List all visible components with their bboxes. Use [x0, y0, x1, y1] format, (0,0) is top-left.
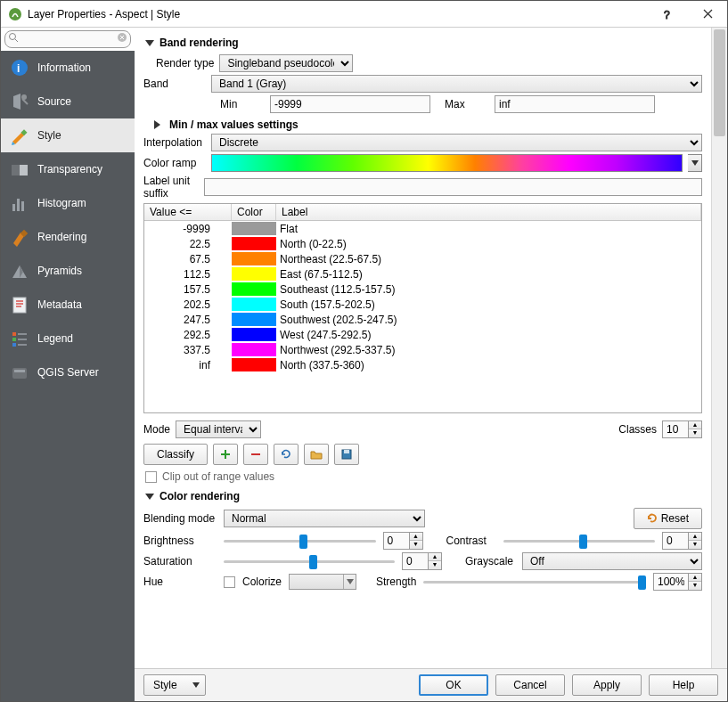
save-style-button[interactable] — [334, 444, 359, 465]
blending-mode-label: Blending mode — [143, 512, 217, 525]
sidebar-item-legend[interactable]: Legend — [1, 322, 135, 355]
table-row[interactable]: 292.5West (247.5-292.5) — [144, 327, 701, 342]
clear-search-icon[interactable] — [117, 32, 127, 43]
classes-spin[interactable]: ▲▼ — [662, 420, 702, 438]
reset-icon — [647, 513, 658, 524]
remove-class-button[interactable] — [243, 444, 268, 465]
brightness-slider[interactable] — [224, 533, 376, 549]
strength-slider[interactable] — [423, 574, 646, 590]
minmax-settings-label[interactable]: Min / max values settings — [169, 118, 299, 131]
cancel-button[interactable]: Cancel — [495, 674, 565, 696]
add-class-button[interactable] — [213, 444, 238, 465]
refresh-button[interactable] — [274, 444, 299, 465]
clip-label: Clip out of range values — [162, 470, 274, 483]
sidebar-item-label: Rendering — [37, 231, 86, 243]
colorize-color[interactable] — [289, 574, 356, 590]
min-input[interactable] — [270, 95, 430, 113]
color-ramp-preview[interactable] — [211, 154, 683, 172]
saturation-slider[interactable] — [224, 553, 395, 569]
cell-color[interactable] — [232, 267, 276, 281]
sidebar-item-histogram[interactable]: Histogram — [1, 186, 135, 220]
cell-color[interactable] — [232, 313, 276, 326]
cell-color[interactable] — [232, 298, 276, 311]
table-row[interactable]: infNorth (337.5-360) — [144, 357, 701, 372]
vertical-scrollbar[interactable] — [711, 28, 727, 668]
search-input[interactable] — [4, 30, 131, 48]
style-menu-button[interactable]: Style — [143, 674, 206, 696]
cell-color[interactable] — [232, 358, 276, 371]
sidebar-item-qgisserver[interactable]: QGIS Server — [1, 355, 135, 389]
help-button[interactable]: ? — [649, 1, 688, 28]
load-style-button[interactable] — [304, 444, 329, 465]
table-row[interactable]: 22.5North (0-22.5) — [144, 236, 701, 251]
classify-button[interactable]: Classify — [143, 444, 208, 465]
sidebar-item-transparency[interactable]: Transparency — [1, 152, 135, 186]
table-row[interactable]: -9999Flat — [144, 221, 701, 236]
saturation-spin[interactable]: ▲▼ — [402, 552, 442, 570]
sidebar-item-information[interactable]: iInformation — [1, 51, 135, 85]
grayscale-select[interactable]: Off — [522, 552, 702, 570]
table-row[interactable]: 67.5Northeast (22.5-67.5) — [144, 251, 701, 266]
color-rendering-header[interactable]: Color rendering — [145, 490, 702, 502]
table-row[interactable]: 112.5East (67.5-112.5) — [144, 266, 701, 282]
sidebar-item-style[interactable]: Style — [1, 118, 135, 152]
search-icon — [8, 32, 19, 43]
classes-label: Classes — [618, 423, 657, 436]
col-value[interactable]: Value <= — [144, 204, 232, 220]
table-row[interactable]: 247.5Southwest (202.5-247.5) — [144, 312, 701, 327]
colorize-checkbox[interactable] — [224, 576, 235, 588]
mode-label: Mode — [143, 423, 170, 436]
svg-point-2 — [10, 34, 16, 40]
sidebar-item-pyramids[interactable]: Pyramids — [1, 254, 135, 288]
band-select[interactable]: Band 1 (Gray) — [211, 75, 702, 93]
style-icon — [10, 126, 29, 145]
cell-value: 292.5 — [144, 329, 232, 341]
contrast-slider[interactable] — [503, 533, 656, 549]
spin-down-icon[interactable]: ▼ — [689, 429, 701, 437]
expand-icon[interactable] — [154, 120, 160, 129]
table-row[interactable]: 202.5South (157.5-202.5) — [144, 297, 701, 312]
max-input[interactable] — [495, 95, 655, 113]
sidebar-search — [1, 28, 135, 51]
table-row[interactable]: 337.5Northwest (292.5-337.5) — [144, 342, 701, 357]
svg-rect-20 — [14, 370, 25, 372]
cell-color[interactable] — [232, 252, 276, 265]
cell-value: 22.5 — [144, 238, 232, 250]
svg-rect-16 — [12, 332, 16, 336]
close-button[interactable] — [688, 1, 727, 28]
band-rendering-header[interactable]: Band rendering — [145, 37, 702, 49]
cell-color[interactable] — [232, 343, 276, 356]
interpolation-select[interactable]: Discrete — [211, 134, 702, 151]
legend-icon — [10, 329, 29, 348]
classification-table[interactable]: Value <= Color Label -9999Flat22.5North … — [143, 203, 702, 413]
brightness-spin[interactable]: ▲▼ — [383, 532, 423, 550]
sidebar-item-source[interactable]: Source — [1, 85, 135, 118]
svg-text:i: i — [17, 62, 20, 75]
clip-checkbox[interactable] — [145, 471, 157, 483]
col-label[interactable]: Label — [276, 204, 701, 220]
help-footer-button[interactable]: Help — [649, 674, 718, 696]
sidebar-item-rendering[interactable]: Rendering — [1, 220, 135, 254]
cell-color[interactable] — [232, 328, 276, 341]
cell-color[interactable] — [232, 237, 276, 250]
sidebar-item-metadata[interactable]: Metadata — [1, 288, 135, 322]
spin-up-icon[interactable]: ▲ — [689, 421, 701, 429]
color-ramp-dropdown[interactable] — [688, 154, 702, 172]
cell-label: North (337.5-360) — [276, 359, 701, 371]
col-color[interactable]: Color — [232, 204, 276, 220]
cell-color[interactable] — [232, 282, 276, 296]
mode-select[interactable]: Equal interval — [176, 420, 261, 438]
blending-mode-select[interactable]: Normal — [224, 510, 425, 527]
ok-button[interactable]: OK — [419, 674, 488, 696]
cell-value: 67.5 — [144, 253, 232, 265]
apply-button[interactable]: Apply — [572, 674, 642, 696]
render-type-select[interactable]: Singleband pseudocolor — [219, 54, 353, 72]
table-row[interactable]: 157.5Southeast (112.5-157.5) — [144, 282, 701, 297]
label-unit-suffix-input[interactable] — [204, 178, 702, 196]
contrast-spin[interactable]: ▲▼ — [662, 532, 702, 550]
cell-color[interactable] — [232, 222, 276, 235]
reset-button[interactable]: Reset — [634, 508, 702, 529]
svg-point-7 — [21, 94, 27, 100]
strength-spin[interactable]: ▲▼ — [653, 573, 702, 591]
rendering-icon — [10, 227, 29, 247]
